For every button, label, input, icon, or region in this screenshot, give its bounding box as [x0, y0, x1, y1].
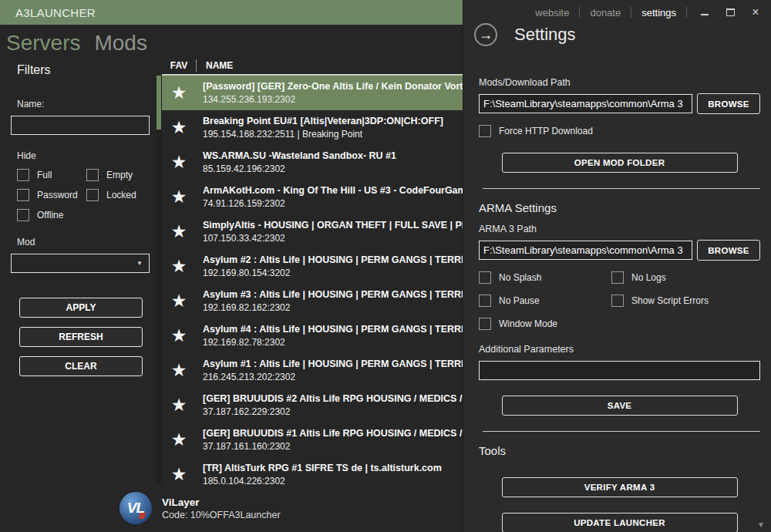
checkbox-show-script-errors[interactable] — [611, 295, 624, 307]
server-row[interactable]: ★ ArmAKotH.com - King Of The Hill - US #… — [162, 180, 463, 214]
name-filter-input[interactable] — [11, 116, 150, 135]
server-row[interactable]: ★ SimplyAltis - HOUSING | ORGAN THEFT | … — [162, 214, 463, 249]
fav-column-header[interactable]: FAV — [162, 60, 196, 71]
chevron-down-icon: ▼ — [136, 260, 143, 267]
refresh-button[interactable]: REFRESH — [19, 327, 143, 347]
link-divider — [579, 7, 580, 18]
favorite-star-icon[interactable]: ★ — [162, 292, 196, 310]
scroll-down-icon[interactable]: ▼ — [757, 520, 765, 529]
server-address: 37.187.161.160:2302 — [203, 441, 463, 452]
vilayer-logo[interactable]: VL — [120, 492, 152, 524]
update-launcher-button[interactable]: UPDATE LAUNCHER — [502, 513, 738, 532]
close-button[interactable]: × — [748, 5, 763, 19]
window-mode-label: Window Mode — [499, 318, 557, 329]
donate-link[interactable]: donate — [590, 7, 621, 19]
server-row[interactable]: ★ [GER] BRUUUDIS #1 Altis Life RPG HOUSI… — [162, 423, 463, 457]
favorite-star-icon[interactable]: ★ — [162, 327, 196, 345]
titlebar: A3LAUNCHER — [0, 0, 463, 25]
arma-settings-heading: ARMA Settings — [479, 201, 760, 214]
server-name: [GER] BRUUUDIS #1 Altis Life RPG HOUSING… — [203, 428, 463, 439]
favorite-star-icon[interactable]: ★ — [162, 84, 196, 102]
brand-name: ViLayer — [162, 497, 281, 508]
checkbox-password[interactable] — [17, 189, 29, 201]
favorite-star-icon[interactable]: ★ — [162, 119, 196, 136]
server-list-scrollbar[interactable] — [156, 76, 162, 484]
force-http-label: Force HTTP Download — [499, 126, 593, 136]
save-button[interactable]: SAVE — [502, 396, 738, 416]
arma3-path-browse-button[interactable]: BROWSE — [697, 240, 760, 261]
checkbox-full[interactable] — [17, 169, 29, 181]
favorite-star-icon[interactable]: ★ — [162, 396, 196, 414]
tab-mods[interactable]: Mods — [94, 32, 146, 56]
favorite-star-icon[interactable]: ★ — [162, 362, 196, 379]
checkbox-locked[interactable] — [86, 189, 99, 201]
settings-title: Settings — [514, 25, 576, 45]
close-icon: × — [752, 6, 759, 19]
checkbox-offline[interactable] — [17, 209, 29, 221]
section-separator — [483, 431, 760, 432]
mods-path-input[interactable] — [479, 94, 692, 113]
arma3-path-input[interactable] — [479, 241, 692, 260]
server-row[interactable]: ★ Asylum #4 : Altis Life | HOUSING | PER… — [162, 318, 463, 353]
tab-servers[interactable]: Servers — [6, 32, 80, 56]
server-row[interactable]: ★ [GER] BRUUUDIS #2 Altis Life RPG HOUSI… — [162, 388, 463, 423]
clear-button[interactable]: CLEAR — [19, 356, 143, 376]
open-mod-folder-button[interactable]: OPEN MOD FOLDER — [502, 153, 738, 173]
no-logs-label: No Logs — [631, 272, 666, 283]
filters-panel: Filters Name: Hide Full Empty — [0, 57, 156, 484]
server-address: 216.245.213.202:2302 — [203, 372, 463, 382]
checkbox-no-pause[interactable] — [479, 295, 491, 307]
favorite-star-icon[interactable]: ★ — [162, 258, 196, 275]
checkbox-no-logs[interactable] — [611, 271, 624, 284]
checkbox-force-http[interactable] — [479, 125, 491, 137]
server-row[interactable]: ★ [TR] AltisTurk RPG #1 SIFRE TS de | ts… — [162, 457, 463, 484]
checkbox-no-splash[interactable] — [479, 271, 491, 284]
website-link[interactable]: website — [535, 7, 569, 19]
additional-params-label: Additional Parameters — [479, 344, 760, 355]
server-row[interactable]: ★ WS.ARMA.SU -Wasteland Sandbox- RU #1 8… — [162, 145, 463, 180]
footer: VL ViLayer Code: 10%OFFA3Launcher — [0, 484, 463, 532]
verify-arma3-button[interactable]: VERIFY ARMA 3 — [502, 477, 738, 497]
maximize-button[interactable] — [722, 5, 738, 19]
app-title: A3LAUNCHER — [15, 6, 96, 19]
server-address: 192.169.82.162:2302 — [203, 302, 463, 313]
server-address: 107.150.33.42:2302 — [203, 233, 463, 244]
additional-params-input[interactable] — [479, 361, 760, 380]
checkbox-empty[interactable] — [86, 169, 99, 181]
mods-path-browse-button[interactable]: BROWSE — [697, 93, 760, 114]
scrollbar-thumb[interactable] — [157, 76, 161, 130]
arma3-path-label: ARMA 3 Path — [479, 224, 760, 234]
favorite-star-icon[interactable]: ★ — [162, 466, 196, 483]
name-filter-label: Name: — [17, 99, 156, 109]
favorite-star-icon[interactable]: ★ — [162, 223, 196, 241]
minimize-icon — [701, 14, 709, 15]
arrow-right-circle-icon: → — [474, 23, 497, 46]
minimize-button[interactable] — [697, 5, 712, 19]
server-list: FAV NAME ★ [Password] [GER] Zero-One Alt… — [162, 57, 463, 484]
favorite-star-icon[interactable]: ★ — [162, 431, 196, 449]
server-name: ArmAKotH.com - King Of The Hill - US #3 … — [203, 185, 463, 196]
name-column-header[interactable]: NAME — [206, 60, 233, 71]
server-name: [TR] AltisTurk RPG #1 SIFRE TS de | ts.a… — [203, 463, 463, 473]
mod-dropdown[interactable]: ▼ — [11, 254, 150, 273]
nav-tabs: Servers Mods — [0, 25, 463, 57]
favorite-star-icon[interactable]: ★ — [162, 153, 196, 171]
server-row[interactable]: ★ Asylum #3 : Altis Life | HOUSING | PER… — [162, 284, 463, 318]
link-divider — [686, 7, 687, 18]
favorite-star-icon[interactable]: ★ — [162, 188, 196, 206]
server-row[interactable]: ★ Asylum #2 : Altis Life | HOUSING | PER… — [162, 249, 463, 284]
server-name: Asylum #2 : Altis Life | HOUSING | PERM … — [203, 254, 463, 265]
section-separator — [483, 188, 760, 189]
checkbox-password-label: Password — [37, 190, 78, 200]
server-row[interactable]: ★ [Password] [GER] Zero-One Altis Life /… — [162, 76, 463, 110]
settings-link[interactable]: settings — [641, 7, 676, 19]
left-pane: A3LAUNCHER Servers Mods Filters Name: Hi… — [0, 0, 463, 532]
server-address: 185.0.104.226:2302 — [203, 476, 463, 484]
server-row[interactable]: ★ Asylum #1 : Altis Life | HOUSING | PER… — [162, 353, 463, 388]
checkbox-locked-label: Locked — [106, 190, 136, 200]
apply-button[interactable]: APPLY — [19, 298, 143, 318]
server-row[interactable]: ★ Breaking Point EU#1 [Altis|Veteran|3DP… — [162, 110, 463, 145]
checkbox-offline-label: Offline — [37, 210, 63, 221]
checkbox-window-mode[interactable] — [479, 318, 491, 330]
server-address: 195.154.168.232:2511 | Breaking Point — [203, 129, 463, 140]
